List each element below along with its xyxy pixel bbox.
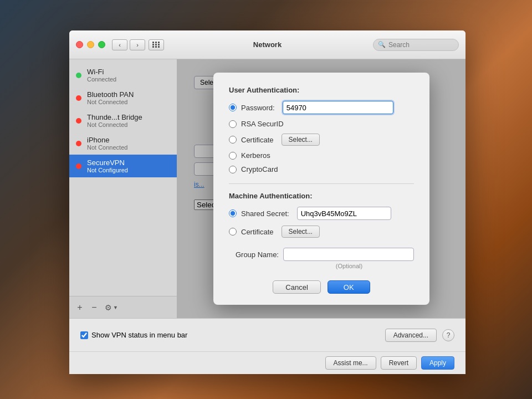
grid-icon xyxy=(152,42,160,48)
modal-ok-button[interactable]: OK xyxy=(328,280,370,294)
status-dot-securevpn xyxy=(76,163,81,169)
kerberos-radio[interactable] xyxy=(229,152,237,160)
network-window: ‹ › Network 🔍 Wi-Fi Connec xyxy=(69,30,466,374)
sidebar-item-bluetooth-status: Not Connected xyxy=(87,99,134,105)
traffic-lights xyxy=(76,41,105,48)
gear-icon: ⚙ xyxy=(105,303,112,312)
search-icon: 🔍 xyxy=(378,41,386,48)
assist-me-button[interactable]: Assist me... xyxy=(325,356,376,370)
password-input[interactable] xyxy=(283,101,393,114)
shared-secret-input[interactable] xyxy=(297,207,391,220)
sidebar-item-bluetooth-pan[interactable]: Bluetooth PAN Not Connected xyxy=(69,86,177,109)
sidebar: Wi-Fi Connected Bluetooth PAN Not Connec… xyxy=(69,59,177,318)
window-title: Network xyxy=(253,40,282,49)
rsa-radio-row: RSA SecurID xyxy=(229,120,414,128)
status-dot-wifi xyxy=(76,73,81,78)
sidebar-item-wifi[interactable]: Wi-Fi Connected xyxy=(69,64,177,86)
machine-cert-select-button[interactable]: Select... xyxy=(282,226,320,238)
sidebar-item-securevpn-status: Not Configured xyxy=(87,167,128,173)
bottom-bar: Show VPN status in menu bar Advanced... … xyxy=(69,318,466,351)
nav-buttons: ‹ › xyxy=(112,39,145,50)
shared-secret-label: Shared Secret: xyxy=(241,209,289,218)
gear-chevron-icon: ▼ xyxy=(113,305,118,310)
group-name-row: Group Name: xyxy=(229,248,414,261)
cryptocard-radio[interactable] xyxy=(229,166,237,173)
group-name-input[interactable] xyxy=(283,248,414,261)
sidebar-item-wifi-status: Connected xyxy=(87,76,116,83)
sidebar-item-securevpn[interactable]: SecureVPN Not Configured xyxy=(69,155,177,177)
password-radio-row: Password: xyxy=(229,101,414,114)
user-cert-select-button[interactable]: Select... xyxy=(282,134,320,146)
revert-button[interactable]: Revert xyxy=(381,356,417,370)
action-row: Assist me... Revert Apply xyxy=(69,351,466,374)
vpn-auth-modal: User Authentication: Password: RSA Secur… xyxy=(213,73,429,305)
modal-footer: Cancel OK xyxy=(229,280,414,294)
help-button[interactable]: ? xyxy=(442,329,454,341)
cryptocard-radio-row: CryptoCard xyxy=(229,165,414,173)
grid-button[interactable] xyxy=(149,39,164,50)
rsa-label: RSA SecurID xyxy=(241,120,284,128)
optional-text: (Optional) xyxy=(284,263,414,269)
forward-button[interactable]: › xyxy=(130,39,145,50)
shared-secret-radio-row: Shared Secret: xyxy=(229,207,414,220)
status-dot-iphone xyxy=(76,141,81,146)
window-body: Wi-Fi Connected Bluetooth PAN Not Connec… xyxy=(69,59,466,318)
search-box[interactable]: 🔍 xyxy=(373,39,459,51)
machine-cert-radio[interactable] xyxy=(229,228,237,236)
sidebar-item-wifi-name: Wi-Fi xyxy=(87,68,116,76)
back-button[interactable]: ‹ xyxy=(112,39,127,50)
service-gear-button[interactable]: ⚙ ▼ xyxy=(103,302,120,313)
add-service-button[interactable]: + xyxy=(74,301,86,314)
modal-cancel-button[interactable]: Cancel xyxy=(273,280,320,294)
sidebar-item-iphone-status: Not Connected xyxy=(87,144,127,151)
sidebar-item-bluetooth-name: Bluetooth PAN xyxy=(87,90,134,99)
vpn-status-row: Show VPN status in menu bar xyxy=(80,331,380,339)
user-cert-label: Certificate xyxy=(241,136,274,144)
machine-cert-label: Certificate xyxy=(241,228,274,236)
titlebar: ‹ › Network 🔍 xyxy=(69,30,466,59)
kerberos-radio-row: Kerberos xyxy=(229,151,414,160)
user-auth-radio-group: Password: RSA SecurID Certificate Select… xyxy=(229,101,414,173)
shared-secret-radio[interactable] xyxy=(229,209,237,217)
user-cert-radio[interactable] xyxy=(229,136,237,144)
sidebar-list: Wi-Fi Connected Bluetooth PAN Not Connec… xyxy=(69,59,177,296)
rsa-radio[interactable] xyxy=(229,120,237,128)
close-button[interactable] xyxy=(76,41,83,48)
user-cert-radio-row: Certificate Select... xyxy=(229,134,414,146)
modal-divider xyxy=(229,183,414,184)
password-label: Password: xyxy=(241,104,275,112)
sidebar-item-iphone[interactable]: iPhone Not Connected xyxy=(69,132,177,155)
sidebar-item-thunderbolt-name: Thunde...t Bridge xyxy=(87,113,142,121)
sidebar-item-thunderbolt-status: Not Connected xyxy=(87,121,142,128)
apply-button[interactable]: Apply xyxy=(421,356,454,370)
sidebar-item-thunderbolt[interactable]: Thunde...t Bridge Not Connected xyxy=(69,109,177,132)
modal-overlay: User Authentication: Password: RSA Secur… xyxy=(177,59,466,318)
machine-cert-radio-row: Certificate Select... xyxy=(229,226,414,238)
sidebar-item-iphone-name: iPhone xyxy=(87,136,127,144)
show-vpn-label: Show VPN status in menu bar xyxy=(91,331,187,339)
minimize-button[interactable] xyxy=(87,41,94,48)
main-content: Select - is... Select xyxy=(177,59,466,318)
show-vpn-checkbox[interactable] xyxy=(80,331,88,339)
cryptocard-label: CryptoCard xyxy=(241,165,278,173)
advanced-button[interactable]: Advanced... xyxy=(385,329,437,342)
remove-service-button[interactable]: − xyxy=(88,301,100,314)
kerberos-label: Kerberos xyxy=(241,151,270,160)
group-name-label: Group Name: xyxy=(229,250,279,259)
machine-auth-title: Machine Authentication: xyxy=(229,192,414,200)
sidebar-footer: + − ⚙ ▼ xyxy=(69,296,177,318)
machine-auth-radio-group: Shared Secret: Certificate Select... xyxy=(229,207,414,238)
password-radio[interactable] xyxy=(229,104,237,111)
status-dot-bluetooth xyxy=(76,95,81,101)
sidebar-item-securevpn-name: SecureVPN xyxy=(87,158,128,167)
search-input[interactable] xyxy=(388,41,454,49)
maximize-button[interactable] xyxy=(98,41,105,48)
status-dot-thunderbolt xyxy=(76,118,81,124)
user-auth-title: User Authentication: xyxy=(229,86,414,94)
